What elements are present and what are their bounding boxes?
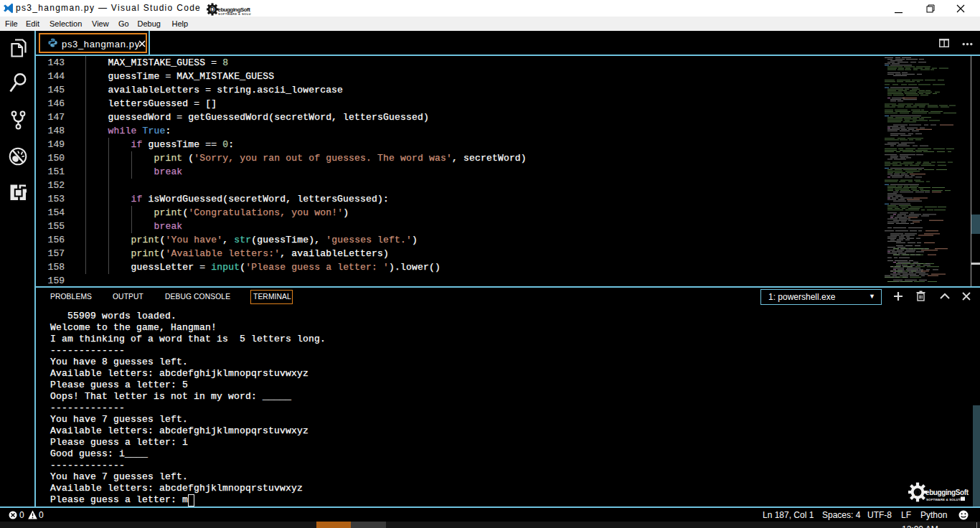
svg-text:D: D bbox=[915, 488, 921, 498]
svg-text:D: D bbox=[210, 6, 215, 13]
svg-text:ebuggingSoft: ebuggingSoft bbox=[925, 489, 969, 496]
svg-text:SOFTWARE & SOLUTIONS: SOFTWARE & SOLUTIONS bbox=[218, 12, 251, 16]
svg-text:SOFTWARE & SOLUTIO: SOFTWARE & SOLUTIO bbox=[926, 498, 964, 501]
